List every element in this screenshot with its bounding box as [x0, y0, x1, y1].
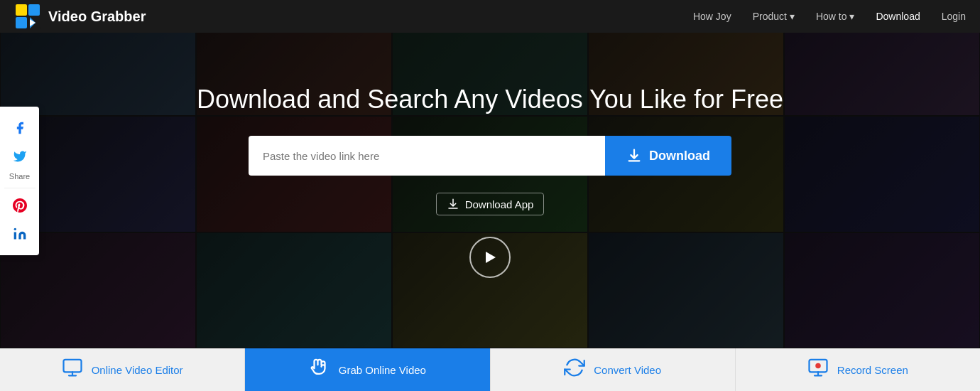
nav-download[interactable]: Download	[876, 11, 920, 22]
facebook-share-button[interactable]	[6, 114, 34, 142]
svg-rect-3	[16, 17, 27, 28]
nav-howto[interactable]: How to ▾	[816, 11, 855, 22]
play-icon	[481, 249, 499, 266]
hero-content: Download and Search Any Videos You Like …	[0, 0, 980, 348]
hero-section: Download and Search Any Videos You Like …	[0, 0, 980, 348]
download-icon	[626, 148, 642, 164]
download-app-icon	[447, 198, 459, 210]
nav-howjoy: How Joy	[693, 11, 731, 22]
download-button[interactable]: Download	[605, 136, 731, 176]
record-screen-label: Record Screen	[837, 364, 908, 376]
svg-marker-7	[486, 252, 496, 263]
svg-point-8	[13, 228, 16, 230]
nav-links: How Joy Product ▾ How to ▾ Download Logi…	[693, 11, 966, 22]
pinterest-share-button[interactable]	[6, 191, 34, 220]
toolbar-convert-video[interactable]: Convert Video	[491, 348, 736, 391]
refresh-icon	[564, 357, 585, 382]
twitter-share-button[interactable]	[6, 142, 34, 171]
chevron-down-icon: ▾	[790, 11, 795, 22]
logo-area: Video Grabber	[14, 3, 693, 30]
toolbar-record-screen[interactable]: Record Screen	[736, 348, 980, 391]
chevron-down-icon-2: ▾	[849, 11, 854, 22]
bottom-toolbar: Online Video Editor Grab Online Video Co…	[0, 348, 980, 391]
hand-icon	[309, 357, 330, 382]
logo-text: Video Grabber	[48, 9, 146, 25]
svg-point-11	[815, 363, 821, 369]
toolbar-grab-video[interactable]: Grab Online Video	[245, 348, 490, 391]
download-app-link[interactable]: Download App	[436, 193, 545, 215]
social-divider	[4, 188, 36, 188]
share-label: Share	[9, 172, 30, 181]
convert-video-label: Convert Video	[594, 364, 661, 376]
svg-rect-1	[16, 4, 27, 16]
record-icon	[807, 357, 829, 382]
navbar: Video Grabber How Joy Product ▾ How to ▾…	[0, 0, 980, 33]
nav-product[interactable]: Product ▾	[753, 11, 795, 22]
search-bar: Download	[249, 136, 731, 176]
play-button[interactable]	[469, 237, 511, 278]
svg-rect-9	[63, 360, 81, 373]
monitor-icon	[62, 357, 83, 382]
logo-icon	[14, 3, 41, 30]
hero-title: Download and Search Any Videos You Like …	[197, 85, 783, 114]
search-input[interactable]	[249, 136, 605, 176]
svg-rect-2	[28, 4, 40, 16]
video-editor-label: Online Video Editor	[92, 364, 183, 376]
linkedin-share-button[interactable]	[6, 220, 34, 248]
social-sidebar: Share	[0, 107, 39, 255]
grab-video-label: Grab Online Video	[339, 364, 426, 376]
toolbar-video-editor[interactable]: Online Video Editor	[0, 348, 245, 391]
nav-login[interactable]: Login	[942, 11, 966, 22]
